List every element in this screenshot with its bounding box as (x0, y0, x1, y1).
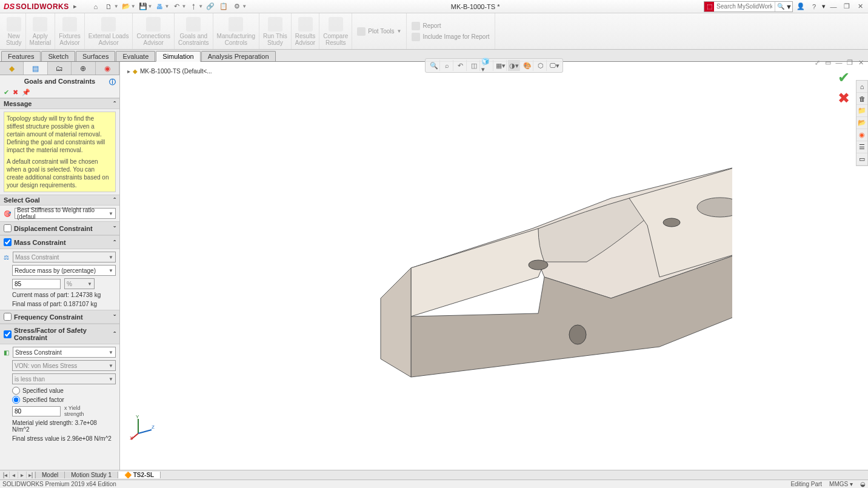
frequency-checkbox[interactable] (4, 313, 12, 321)
open-icon[interactable]: 📂 (120, 1, 132, 12)
user-icon[interactable]: 👤 (795, 2, 806, 12)
tab-features[interactable]: Features (1, 51, 41, 61)
new-icon[interactable]: 🗋 (103, 1, 115, 12)
confirm-ok-icon[interactable]: ✔ (838, 69, 850, 86)
specified-value-radio[interactable] (12, 387, 20, 395)
close-icon[interactable]: ✕ (855, 2, 866, 12)
view-orientation-icon[interactable]: 🧊▾ (481, 60, 493, 71)
chevron-right-icon[interactable]: ▸ (69, 1, 81, 12)
taskpane-home-icon[interactable]: ⌂ (856, 81, 867, 93)
edit-appearance-icon[interactable]: 🎨 (521, 60, 533, 71)
section-mass[interactable]: Mass Constraintˆ (0, 235, 119, 249)
results-advisor-button[interactable]: Results Advisor (292, 13, 319, 49)
fixtures-advisor-button[interactable]: Fixtures Advisor (55, 13, 85, 49)
manufacturing-controls-button[interactable]: Manufacturing Controls (213, 13, 259, 49)
vp-expand-icon[interactable]: ⤢ (812, 58, 822, 67)
section-displacement[interactable]: Displacement Constraintˇ (0, 221, 119, 235)
zoom-area-icon[interactable]: ⌕ (441, 60, 453, 71)
section-view-icon[interactable]: ◫ (468, 60, 480, 71)
tab-nav-prev-icon[interactable]: ◂ (10, 472, 18, 478)
external-loads-button[interactable]: External Loads Advisor (85, 13, 133, 49)
restore-icon[interactable]: ❐ (841, 2, 852, 12)
tab-nav-last-icon[interactable]: ▸| (27, 472, 35, 478)
tab-model[interactable]: Model (36, 472, 65, 478)
graphics-viewport[interactable]: ⤢ ▭ — ❐ ✕ 🔍 ⌕ ↶ ◫ 🧊▾ ▦▾ ◑▾ 🎨 ⬡ 🖵▾ ▸ ◆ MK… (120, 62, 868, 471)
settings-icon[interactable]: ⚙ (231, 1, 243, 12)
section-stress-fos[interactable]: Stress/Factor of Safety Constraintˆ (0, 324, 119, 344)
plot-tools-button[interactable]: Plot Tools ▼ (357, 27, 401, 36)
status-custom-icon[interactable]: ◒ (860, 481, 866, 487)
confirm-cancel-icon[interactable]: ✖ (838, 90, 850, 107)
report-button[interactable]: Report (412, 22, 489, 30)
new-study-button[interactable]: New Study (2, 13, 26, 49)
tab-sketch[interactable]: Sketch (41, 51, 75, 61)
mass-value-input[interactable] (12, 279, 61, 289)
tab-analysis-preparation[interactable]: Analysis Preparation (201, 51, 276, 61)
fm-tab-display[interactable]: ◉ (96, 62, 119, 75)
section-frequency[interactable]: Frequency Constraintˇ (0, 310, 119, 324)
previous-view-icon[interactable]: ↶ (455, 60, 467, 71)
displacement-checkbox[interactable] (4, 224, 12, 232)
tab-nav-first-icon[interactable]: |◂ (1, 472, 10, 478)
flyout-tree[interactable]: ▸ ◆ MK-B-1000-TS (Default<... (127, 68, 212, 75)
apply-scene-icon[interactable]: ⬡ (535, 60, 547, 71)
tab-simulation[interactable]: Simulation (156, 51, 200, 62)
undo-icon[interactable]: ↶ (170, 1, 182, 12)
search-input[interactable] (714, 3, 775, 10)
minimize-icon[interactable]: — (828, 2, 839, 12)
mass-method-dropdown[interactable]: Reduce mass by (percentage)▼ (12, 265, 116, 276)
fm-tab-dimxpert[interactable]: ⊕ (72, 62, 95, 75)
search-box[interactable]: ⬚ 🔍▼ (704, 1, 793, 12)
stress-type-dropdown[interactable]: Stress Constraint▼ (13, 347, 116, 358)
view-settings-icon[interactable]: 🖵▾ (548, 60, 560, 71)
hide-show-icon[interactable]: ◑▾ (508, 60, 520, 71)
pm-help-icon[interactable]: ⓘ (109, 78, 116, 87)
fm-tab-property[interactable]: ▤ (24, 62, 47, 75)
include-image-button[interactable]: Include Image for Report (412, 33, 489, 41)
search-icon[interactable]: 🔍 (775, 2, 786, 12)
help-icon[interactable]: ? (809, 2, 820, 12)
taskpane-explorer-icon[interactable]: 📂 (856, 117, 867, 129)
mass-checkbox[interactable] (4, 238, 12, 246)
save-icon[interactable]: 💾 (137, 1, 149, 12)
factor-value-input[interactable] (12, 406, 61, 416)
status-units[interactable]: MMGS ▾ (829, 481, 853, 487)
taskpane-forum-icon[interactable]: ▭ (856, 153, 867, 165)
goal-dropdown[interactable]: Best Stiffness to Weight ratio (defaul▼ (15, 208, 116, 219)
run-study-button[interactable]: Run This Study (259, 13, 292, 49)
vp-window-icon[interactable]: ▭ (823, 58, 833, 67)
pm-cancel-icon[interactable]: ✖ (13, 89, 18, 96)
display-style-icon[interactable]: ▦▾ (495, 60, 507, 71)
stress-checkbox[interactable] (4, 330, 12, 338)
section-message[interactable]: Messageˆ (0, 98, 119, 109)
orientation-triad[interactable]: Y Z X (130, 415, 155, 441)
home-icon[interactable]: ⌂ (90, 1, 102, 12)
taskpane-appearance-icon[interactable]: ◉ (856, 129, 867, 141)
vp-minimize-icon[interactable]: — (834, 58, 844, 67)
connections-advisor-button[interactable]: Connections Advisor (133, 13, 175, 49)
taskpane-library-icon[interactable]: 📁 (856, 105, 867, 117)
apply-material-button[interactable]: Apply Material (26, 13, 56, 49)
fm-tab-tree[interactable]: ◆ (0, 62, 24, 75)
compare-results-button[interactable]: Compare Results (319, 13, 352, 49)
tab-motion-study[interactable]: Motion Study 1 (65, 472, 118, 478)
specified-factor-radio[interactable] (12, 396, 20, 404)
pm-ok-icon[interactable]: ✔ (4, 89, 9, 96)
pm-pushpin-icon[interactable]: 📌 (22, 89, 30, 96)
vp-restore-icon[interactable]: ❐ (845, 58, 855, 67)
tab-nav-next-icon[interactable]: ▸ (18, 472, 27, 478)
fm-tab-config[interactable]: 🗂 (48, 62, 72, 75)
tab-evaluate[interactable]: Evaluate (116, 51, 155, 61)
taskpane-resources-icon[interactable]: 🗑 (856, 93, 867, 105)
zoom-fit-icon[interactable]: 🔍 (428, 60, 440, 71)
options-icon[interactable]: 📋 (218, 1, 230, 12)
section-select-goal[interactable]: Select Goalˆ (0, 195, 119, 206)
rebuild-icon[interactable]: 🔗 (204, 1, 216, 12)
vp-close-icon[interactable]: ✕ (856, 58, 866, 67)
select-icon[interactable]: ⭡ (187, 1, 199, 12)
taskpane-properties-icon[interactable]: ☰ (856, 141, 867, 153)
goals-constraints-button[interactable]: Goals and Constraints (175, 13, 213, 49)
tab-ts2-sl[interactable]: 🔶 TS2-SL (118, 472, 161, 478)
print-icon[interactable]: 🖶 (154, 1, 166, 12)
expand-icon[interactable]: ▸ (127, 68, 130, 75)
